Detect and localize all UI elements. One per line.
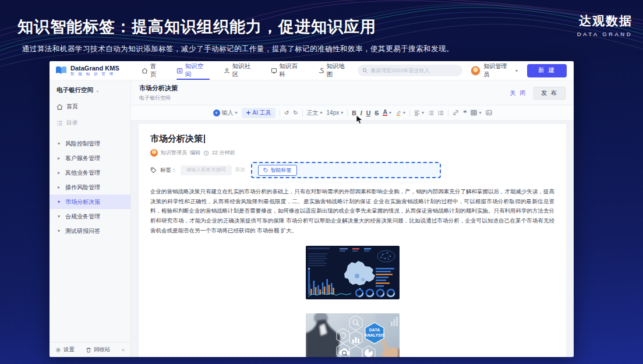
- nav-item-home[interactable]: 首页: [135, 61, 169, 80]
- nav-item-knowledge-space[interactable]: 知识空间: [169, 61, 217, 80]
- ordered-list-button[interactable]: [428, 110, 434, 116]
- table-icon: [471, 109, 477, 116]
- tree-item-compliance[interactable]: ▾合规业务管理: [50, 209, 130, 224]
- app-logo[interactable]: DataGrand KMS 智 能 知 识 管 理: [55, 65, 130, 76]
- doc-header-space[interactable]: 电子银行空间: [139, 94, 178, 102]
- gear-icon: [55, 347, 61, 353]
- sidebar-item-catalog[interactable]: 目录: [56, 119, 123, 127]
- sidebar-item-label: 首页: [66, 103, 78, 111]
- tree-item-customer-service[interactable]: ▸客户服务管理: [50, 151, 130, 165]
- document-meta: 知识管理员 编辑 22 分钟前: [150, 149, 554, 157]
- author-name: 知识管理员: [161, 149, 187, 157]
- tag-input-placeholder[interactable]: 请输入标签关键词: [181, 165, 232, 175]
- ordered-list-icon: [428, 110, 434, 116]
- caret-down-icon: ▾: [58, 199, 62, 204]
- tree-item-label: 其他业务管理: [65, 169, 100, 177]
- dashboard-image[interactable]: [306, 246, 400, 299]
- highlight-icon: [395, 110, 401, 116]
- nav-label: 知识地图: [326, 62, 351, 79]
- tag-add-button[interactable]: 添加: [235, 167, 245, 174]
- tree-item-risk-control[interactable]: ▾风险控制管理: [50, 136, 130, 151]
- undo-button[interactable]: ↺: [284, 109, 289, 116]
- toolbar-separator: [302, 109, 303, 116]
- brand-logo: 达观数据 DATA GRAND: [577, 13, 633, 37]
- nav-item-knowledge-wiki[interactable]: 知识百科: [264, 61, 311, 80]
- smart-tag-label: 智能标签: [271, 167, 292, 174]
- new-button[interactable]: 新 建: [527, 64, 567, 77]
- font-color-button[interactable]: A▾: [383, 109, 391, 116]
- space-switcher[interactable]: 电子银行空间 ⌄: [56, 86, 123, 94]
- document-body[interactable]: 企业的营销战略决策只有建立在扎实的市场分析的基础上，只有在对影响需求的外部因素和…: [150, 187, 554, 235]
- strikethrough-button[interactable]: S: [375, 109, 379, 116]
- collapse-sidebar-icon[interactable]: «: [122, 347, 125, 353]
- tree-item-other-business[interactable]: ▸其他业务管理: [50, 165, 130, 180]
- edit-action-label: 编辑: [190, 149, 200, 157]
- toolbar-separator: [448, 109, 448, 116]
- edit-time: 22 分钟前: [212, 149, 235, 157]
- caret-down-icon: ▾: [235, 110, 238, 115]
- tree-item-operational-risk[interactable]: ▸操作风险管理: [50, 180, 130, 195]
- search-input[interactable]: [371, 68, 458, 73]
- recycle-bin-label[interactable]: 回收站: [94, 346, 111, 354]
- toolbar-separator: [409, 109, 410, 116]
- document-title[interactable]: 市场分析决策: [150, 133, 554, 144]
- nav-item-knowledge-map[interactable]: 知识地图: [311, 61, 358, 80]
- unordered-list-button[interactable]: [438, 110, 444, 116]
- tags-label: 标签：: [160, 167, 177, 174]
- caret-right-icon: ▸: [58, 185, 62, 190]
- caret-right-icon: ▸: [58, 156, 62, 161]
- nav-label: 知识社区: [232, 62, 257, 79]
- user-menu[interactable]: 知识管理员 ▾: [471, 62, 518, 79]
- doc-header-title: 市场分析决策: [139, 84, 178, 93]
- strikethrough-icon: S: [375, 109, 379, 116]
- tree-item-test-report[interactable]: ▾测试研报问答: [50, 224, 130, 238]
- quote-button[interactable]: ❝: [463, 111, 467, 115]
- redo-icon: ↻: [293, 109, 298, 116]
- publish-button[interactable]: 发 布: [534, 87, 566, 100]
- settings-label[interactable]: 设置: [63, 346, 75, 354]
- search-box[interactable]: [358, 65, 462, 76]
- search-icon: [362, 68, 368, 73]
- slide-title: 知识智能标签：提高知识组织能力，促进知识应用: [17, 16, 376, 37]
- align-button[interactable]: ▾: [414, 110, 424, 116]
- user-avatar: [471, 66, 481, 76]
- logo-text: DataGrand KMS 智 能 知 识 管 理: [70, 65, 119, 76]
- caret-down-icon: ▾: [422, 110, 424, 115]
- font-size-select[interactable]: 14px▾: [327, 109, 344, 116]
- document-page[interactable]: 市场分析决策 知识管理员 编辑 22 分钟前 标签： 请输入标签关键词: [138, 123, 567, 357]
- redo-button[interactable]: ↻: [293, 109, 298, 116]
- kms-app-window: DataGrand KMS 智 能 知 识 管 理 首页 知识空间 知识社区 知…: [50, 61, 574, 357]
- caret-down-icon: ▾: [341, 110, 343, 115]
- sidebar-item-home[interactable]: 首页: [56, 103, 123, 111]
- tree-item-market-analysis[interactable]: ▾市场分析决策: [50, 195, 130, 209]
- caret-down-icon: ▾: [389, 110, 391, 115]
- tree-item-label: 风险控制管理: [65, 140, 100, 148]
- nav-menu: 首页 知识空间 知识社区 知识百科 知识地图: [135, 61, 358, 80]
- nav-item-knowledge-community[interactable]: 知识社区: [217, 61, 264, 80]
- document-title-text: 市场分析决策: [150, 133, 203, 144]
- slide-subtitle: 通过算法和机器学习技术自动为知识添加标签，减少了手动标记的工作量，提高了标记的准…: [22, 44, 454, 54]
- ai-tools-button[interactable]: AI 工具: [242, 108, 275, 118]
- table-button[interactable]: ▾: [471, 109, 481, 116]
- chevron-down-icon: ⌄: [96, 88, 100, 93]
- smart-tag-selection-box: 智能标签: [251, 162, 441, 178]
- close-button[interactable]: 关 闭: [510, 89, 527, 97]
- text-cursor: [204, 135, 205, 143]
- paragraph-style-select[interactable]: 正文▾: [307, 109, 323, 117]
- underline-button[interactable]: U: [366, 109, 371, 116]
- data-analysis-photo[interactable]: DATA ANALYSIS: [306, 313, 400, 357]
- link-button[interactable]: [453, 109, 459, 116]
- caret-down-icon: ▾: [479, 110, 481, 115]
- photo-label-line1: DATA: [369, 328, 379, 332]
- nav-label: 首页: [150, 62, 162, 79]
- highlight-color-button[interactable]: ▾: [395, 110, 405, 116]
- smart-tag-chip[interactable]: 智能标签: [258, 165, 297, 176]
- sidebar-footer: 设置 回收站 «: [50, 342, 130, 357]
- sidebar: 电子银行空间 ⌄ 首页 目录 ▾风险控制管理 ▸客户服务管理 ▸其他业务管理 ▸…: [50, 80, 131, 357]
- mouse-cursor: [356, 115, 363, 125]
- image-button[interactable]: [486, 109, 492, 116]
- logo-subtitle: 智 能 知 识 管 理: [70, 72, 119, 76]
- document-figures: DATA ANALYSIS: [150, 246, 554, 357]
- user-name: 知识管理员: [483, 62, 513, 79]
- insert-menu-button[interactable]: + 输入 ▾: [213, 109, 238, 117]
